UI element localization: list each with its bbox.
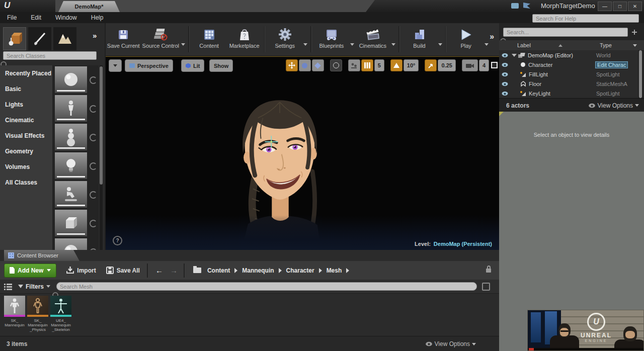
asset-sk-mannequin-physics[interactable]: SK_ Mannequin _Physics (26, 296, 49, 332)
visibility-eye-icon[interactable] (502, 53, 508, 57)
camera-speed-button[interactable] (462, 59, 478, 71)
build-caret-icon[interactable] (438, 43, 442, 46)
rotate-tool-button[interactable] (299, 59, 311, 71)
outliner-row-demomap[interactable]: DemoMap (Editor) World (499, 50, 638, 60)
lock-icon[interactable] (486, 269, 491, 273)
scale-snap-value[interactable]: 0.25 (438, 59, 455, 71)
grid-snap-value[interactable]: 5 (374, 59, 384, 71)
visibility-eye-icon[interactable] (502, 92, 508, 96)
rotation-snap-value[interactable]: 10° (404, 59, 419, 71)
surface-snap-button[interactable] (348, 59, 360, 71)
world-local-toggle-button[interactable] (330, 59, 342, 71)
grid-snap-button[interactable] (361, 59, 373, 71)
translate-tool-button[interactable] (286, 59, 298, 71)
feedback-bubble-icon[interactable] (511, 3, 519, 9)
expander-arrow-icon[interactable] (512, 54, 517, 57)
show-flags-button[interactable]: Show (209, 59, 233, 72)
place-mode-button[interactable] (3, 27, 26, 50)
outliner-scrollbar[interactable] (639, 50, 642, 98)
menu-help[interactable]: Help (84, 14, 111, 21)
rotation-snap-button[interactable] (390, 59, 403, 71)
outliner-view-options-button[interactable]: View Options (598, 102, 633, 109)
maximize-viewport-icon[interactable] (491, 62, 498, 68)
perspective-button[interactable]: Perspective (125, 59, 173, 72)
placeable-point-light[interactable] (55, 152, 87, 179)
play-button[interactable]: Play (453, 26, 479, 49)
menu-window[interactable]: Window (48, 14, 84, 21)
play-caret-icon[interactable] (485, 43, 489, 46)
filters-caret-icon[interactable] (46, 285, 50, 288)
category-lights[interactable]: Lights (0, 97, 52, 112)
placeable-sphere[interactable] (55, 238, 87, 250)
outliner-row-character[interactable]: Character Edit Charac (499, 60, 638, 70)
outliner-add-icon[interactable] (631, 29, 638, 36)
placeable-player-start[interactable] (55, 181, 87, 208)
blueprints-caret-icon[interactable] (350, 43, 354, 46)
save-all-button[interactable]: Save All (106, 267, 140, 274)
level-tab[interactable]: DemoMap* (58, 1, 120, 12)
level-name-link[interactable]: DemoMap (Persistent) (434, 241, 492, 247)
sources-panel-icon[interactable] (4, 283, 12, 290)
type-filter-caret-icon[interactable] (633, 44, 637, 47)
category-cinematic[interactable]: Cinematic (0, 112, 52, 128)
back-arrow-button[interactable]: ← (155, 266, 163, 275)
landscape-mode-button[interactable] (53, 27, 76, 50)
blueprints-button[interactable]: Blueprints (318, 26, 345, 49)
build-button[interactable]: Build (407, 26, 433, 49)
breadcrumb-character[interactable]: Character (286, 267, 314, 274)
sort-ascending-icon[interactable] (558, 44, 562, 47)
outliner-row-floor[interactable]: Floor StaticMeshA (499, 79, 638, 89)
viewport-help-button[interactable]: ? (113, 236, 122, 245)
type-column-header[interactable]: Type (600, 42, 612, 48)
class-search-input[interactable] (3, 51, 97, 60)
category-visual-effects[interactable]: Visual Effects (0, 128, 52, 143)
source-control-button[interactable]: Source Control (146, 26, 176, 49)
asset-ue4-mannequin-skeleton[interactable]: UE4_ Mannequin _Skeleton (49, 296, 72, 332)
asset-sk-mannequin[interactable]: SK_ Mannequin (3, 296, 26, 327)
help-search-input[interactable] (532, 14, 639, 23)
source-control-caret-icon[interactable] (181, 43, 185, 46)
label-column-header[interactable]: Label (517, 42, 531, 48)
breadcrumb-content[interactable]: Content (207, 267, 230, 274)
cinematics-button[interactable]: Cinematics (360, 26, 386, 49)
placeable-stacked-spheres[interactable] (55, 124, 87, 150)
camera-speed-value[interactable]: 4 (479, 59, 489, 71)
forward-arrow-button[interactable]: → (170, 266, 178, 275)
category-volumes[interactable]: Volumes (0, 159, 52, 174)
viewport-options-button[interactable] (109, 59, 122, 72)
scale-tool-button[interactable] (312, 59, 324, 71)
category-recently-placed[interactable]: Recently Placed (0, 65, 52, 81)
outliner-scrollbar-thumb[interactable] (639, 50, 642, 98)
minimize-button[interactable]: — (598, 2, 612, 11)
outliner-row-keylight[interactable]: KeyLight SpotLight (499, 89, 638, 99)
placeable-cube[interactable] (55, 210, 87, 236)
menu-file[interactable]: File (0, 14, 24, 21)
filters-button[interactable]: Filters (26, 283, 44, 290)
view-options-caret-icon[interactable] (472, 343, 476, 345)
marketplace-button[interactable]: Marketplace (231, 26, 258, 49)
modes-expand-chevrons[interactable]: » (93, 31, 97, 40)
category-geometry[interactable]: Geometry (0, 143, 52, 159)
modes-scrollbar-thumb[interactable] (100, 66, 103, 185)
lit-mode-button[interactable]: Lit (181, 59, 204, 72)
toolbar-overflow-chevrons[interactable]: » (490, 32, 494, 41)
visibility-eye-icon[interactable] (502, 63, 508, 67)
settings-caret-icon[interactable] (303, 43, 307, 46)
flag-icon[interactable] (523, 3, 530, 9)
paint-mode-button[interactable] (28, 27, 51, 50)
add-new-button[interactable]: Add New (4, 264, 56, 278)
outliner-row-filllight[interactable]: FillLight SpotLight (499, 69, 638, 79)
category-all-classes[interactable]: All Classes (0, 174, 52, 190)
modes-scrollbar[interactable] (100, 65, 103, 250)
outliner-search-input[interactable] (503, 28, 628, 37)
visibility-eye-icon[interactable] (502, 72, 508, 76)
level-viewport[interactable]: Perspective Lit Show (106, 56, 499, 250)
close-button[interactable]: ✕ (628, 2, 642, 11)
save-search-icon[interactable] (482, 283, 490, 291)
menu-edit[interactable]: Edit (24, 14, 48, 21)
placeable-character[interactable] (55, 95, 87, 122)
breadcrumb-mesh[interactable]: Mesh (327, 267, 342, 274)
edit-character-link[interactable]: Edit Charac (595, 61, 628, 68)
view-options-caret-icon[interactable] (635, 104, 639, 107)
maximize-button[interactable]: □ (613, 2, 627, 11)
